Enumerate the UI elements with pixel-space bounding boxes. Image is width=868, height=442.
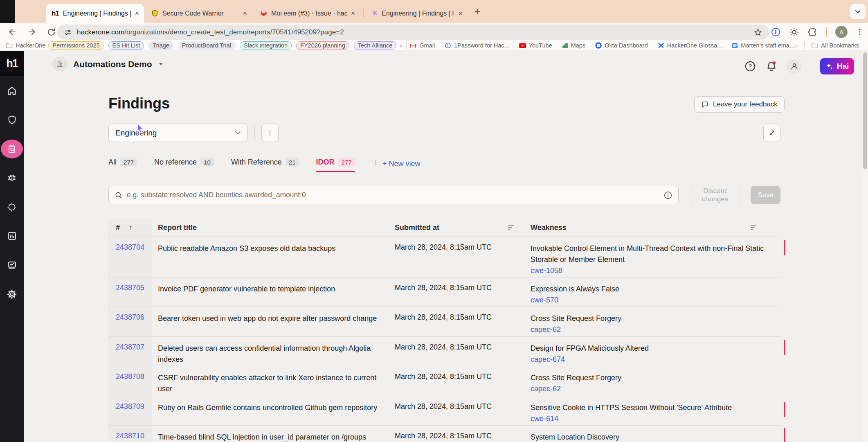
browser-tab-1[interactable]: h1 Engineering | Findings | Hack × xyxy=(46,4,144,23)
user-menu[interactable] xyxy=(787,59,802,74)
bookmark-okta[interactable]: Okta Dashboard xyxy=(595,42,648,49)
back-icon[interactable] xyxy=(7,27,17,37)
all-bookmarks[interactable]: All Bookmarks xyxy=(811,42,859,49)
header-weakness[interactable]: Weakness xyxy=(531,219,780,237)
url-text[interactable]: hackerone.com/organizations/demo_create_… xyxy=(77,28,753,36)
discard-changes-button[interactable]: Discard changes xyxy=(690,186,740,204)
view-tab-all[interactable]: All277 xyxy=(108,158,137,167)
view-tab-kebab-icon[interactable]: ⋮ xyxy=(372,158,379,166)
tab-group-chip[interactable]: Slack integration xyxy=(240,41,292,50)
tab-close-icon[interactable]: × xyxy=(351,9,355,18)
tab-close-icon[interactable]: × xyxy=(243,9,247,18)
bookmarks-overflow-icon[interactable]: » xyxy=(794,42,798,49)
sidebar-item-hacktivity[interactable] xyxy=(0,250,24,280)
report-id-link[interactable]: 2438707 xyxy=(116,343,144,351)
tab-close-icon[interactable]: × xyxy=(135,9,139,18)
query-info-icon[interactable] xyxy=(663,191,672,200)
sun-extension-icon[interactable] xyxy=(789,27,799,37)
sidebar-item-weaknesses[interactable] xyxy=(0,163,24,192)
header-report-title[interactable]: Report title xyxy=(152,219,395,237)
tab-group-chip[interactable]: Tech Alliance xyxy=(354,41,397,50)
hackerone-logo[interactable]: h1 xyxy=(0,51,24,76)
scrollbar-thumb[interactable] xyxy=(863,52,867,169)
sidebar-item-settings[interactable] xyxy=(0,280,24,309)
help-icon[interactable]: ? xyxy=(744,60,756,72)
team-select[interactable]: Engineering xyxy=(108,124,247,142)
weakness-ref-link[interactable]: capec-674 xyxy=(531,354,565,365)
header-id[interactable]: #↑ xyxy=(108,219,152,237)
tab-group-chip[interactable]: Permissions 2025 xyxy=(48,41,103,50)
view-tab-with-reference[interactable]: With Reference21 xyxy=(231,158,299,167)
new-tab-button[interactable]: + xyxy=(474,7,480,16)
sidebar-item-programs[interactable] xyxy=(0,105,24,134)
search-input[interactable] xyxy=(127,191,659,199)
weakness-ref-link[interactable]: cwe-614 xyxy=(531,413,558,424)
tab-close-icon[interactable]: × xyxy=(459,9,463,18)
report-id-link[interactable]: 2438705 xyxy=(116,284,144,292)
save-button[interactable]: Save xyxy=(751,186,780,204)
bookmark-staff-email[interactable]: Marten's staff ema... xyxy=(732,42,794,49)
report-id-link[interactable]: 2438708 xyxy=(116,372,144,381)
extensions-puzzle-icon[interactable] xyxy=(807,27,818,37)
bookmark-1password[interactable]: 1Password for Hac... xyxy=(445,42,509,49)
weakness-ref-link[interactable]: capec-62 xyxy=(531,383,561,395)
new-view-button[interactable]: + New view xyxy=(382,160,421,168)
header-submitted-at[interactable]: Submitted at xyxy=(395,219,531,237)
weakness-ref-link[interactable]: cwe-1058 xyxy=(531,265,562,276)
bookmark-gmail[interactable]: Gmail xyxy=(409,42,435,49)
browser-tab-4[interactable]: ✳ Engineering | Findings | Hack × xyxy=(366,4,468,23)
filter-lines-icon[interactable] xyxy=(750,225,757,230)
address-bar[interactable]: hackerone.com/organizations/demo_create_… xyxy=(57,25,769,40)
tab-search-button[interactable] xyxy=(850,4,866,19)
table-row[interactable]: 2438704 Public readable Amazon S3 expose… xyxy=(108,237,780,277)
bookmark-star-icon[interactable] xyxy=(753,28,762,37)
sidebar-item-home[interactable] xyxy=(0,76,24,105)
tab-group-chip[interactable]: ES Hit List xyxy=(108,41,144,50)
sort-ascending-icon[interactable]: ↑ xyxy=(129,223,133,232)
view-options-kebab-button[interactable] xyxy=(261,124,279,142)
browser-menu-kebab-icon[interactable] xyxy=(856,28,864,36)
report-id-link[interactable]: 2438710 xyxy=(116,432,144,440)
table-row[interactable]: 2438705 Invoice PDF generator vulnerable… xyxy=(108,277,780,307)
sidebar-item-scope[interactable] xyxy=(0,192,24,221)
table-row[interactable]: 2438707 Deleted users can access confide… xyxy=(108,336,780,366)
report-id-link[interactable]: 2438704 xyxy=(116,243,144,251)
onepassword-extension-icon[interactable] xyxy=(771,27,781,37)
table-row[interactable]: 2438708 CSRF vulnerability enables attac… xyxy=(108,366,780,396)
sidebar-item-findings[interactable] xyxy=(0,134,24,163)
tab-group-chip[interactable]: Triage xyxy=(148,41,173,50)
browser-tab-3[interactable]: Moi eem (#3) · Issue · hacke × xyxy=(254,4,360,23)
count-badge: 10 xyxy=(200,158,214,167)
notifications-bell-icon[interactable] xyxy=(765,60,778,72)
page-scrollbar[interactable] xyxy=(862,51,868,442)
weakness-ref-link[interactable]: capec-62 xyxy=(531,324,561,335)
tab-group-chip[interactable]: ProductBoard Trial xyxy=(178,41,235,50)
browser-tab-2[interactable]: Secure Code Warrior × xyxy=(146,4,252,23)
view-tab-idor[interactable]: IDOR277 xyxy=(316,158,355,167)
filter-lines-icon[interactable] xyxy=(508,225,514,230)
bookmark-maps[interactable]: Maps xyxy=(562,42,585,49)
weakness-ref-link[interactable]: cwe-570 xyxy=(531,295,558,306)
expand-table-button[interactable] xyxy=(763,124,780,142)
org-switcher[interactable]: Automations Demo xyxy=(52,56,164,72)
bookmark-glossary[interactable]: HackerOne Glossa... xyxy=(658,42,722,49)
table-row[interactable]: 2438709 Ruby on Rails Gemfile contains u… xyxy=(108,396,780,425)
forward-icon[interactable] xyxy=(27,27,37,37)
site-settings-tune-icon[interactable] xyxy=(64,28,72,36)
browser-avatar[interactable]: A xyxy=(835,26,848,38)
tab-group-chip[interactable]: FY2026 planning xyxy=(296,41,349,50)
grid-icon[interactable] xyxy=(400,43,403,49)
table-row[interactable]: 2438710 Time-based blind SQL injection i… xyxy=(108,425,780,442)
reload-icon[interactable] xyxy=(47,27,56,37)
svg-text:?: ? xyxy=(749,63,752,70)
bookmark-youtube[interactable]: YouTube xyxy=(519,42,552,49)
hai-button[interactable]: Hai xyxy=(820,58,854,74)
report-id-link[interactable]: 2438709 xyxy=(116,402,144,410)
view-tab-no-reference[interactable]: No reference10 xyxy=(154,158,214,167)
leave-feedback-button[interactable]: Leave your feedback xyxy=(694,96,785,113)
sidebar-item-analytics[interactable] xyxy=(0,221,24,250)
table-row[interactable]: 2438706 Bearer token used in web app do … xyxy=(108,307,780,336)
bookmark-folder-hackerone[interactable]: HackerOne xyxy=(6,42,45,49)
submitted-at: March 28, 2024, 8:15am UTC xyxy=(395,426,531,442)
report-id-link[interactable]: 2438706 xyxy=(116,313,144,321)
